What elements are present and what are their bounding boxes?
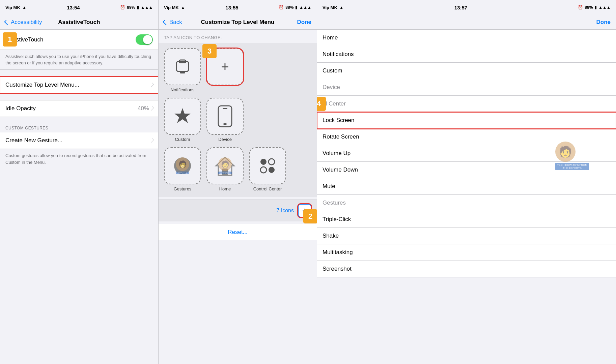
customize-chevron — [150, 83, 153, 87]
gestures-icon-cell[interactable]: 🧑 APPUALS Gestures — [164, 147, 201, 191]
control-center-icon-box — [249, 147, 286, 184]
add-btn-wrapper: + 2 — [298, 204, 311, 217]
gesture-desc-box: Custom gestures allow you to record gest… — [0, 149, 158, 169]
back-label-2: Back — [169, 19, 182, 26]
menu-item-volume-up[interactable]: Volume Up — [317, 145, 616, 162]
reset-row: Reset... — [159, 224, 317, 240]
idle-opacity-item[interactable]: Idle Opacity 40% — [0, 100, 158, 117]
menu-item-triple-click[interactable]: Triple-Click — [317, 211, 616, 228]
menu-item-volume-down[interactable]: Volume Down — [317, 162, 616, 178]
icons-count: 7 Icons — [276, 208, 294, 214]
menu-item-lock-screen[interactable]: Lock Screen — [317, 112, 616, 129]
create-gesture-item[interactable]: Create New Gesture... — [0, 132, 158, 149]
panel-assistivetouch: Vip MK ▲ 13:54 ⏰ 89% ▮ ▲▲▲ Accessibility… — [0, 0, 159, 364]
battery-icon-1: ▮ — [137, 5, 139, 10]
chevron-back-icon-2 — [163, 20, 168, 25]
status-bar-3: Vip MK ▲ 13:57 ⏰ 88% ▮ ▲▲▲ — [317, 0, 616, 15]
menu-item-control-center[interactable]: al Center 4 — [317, 96, 616, 112]
back-button-2[interactable]: Back — [164, 19, 182, 26]
svg-rect-6 — [223, 123, 227, 125]
idle-opacity-value: 40% — [138, 105, 153, 112]
custom-icon-box — [164, 98, 201, 135]
nav-bar-3: Done — [317, 15, 616, 30]
description-text: AssistiveTouch allows you to use your iP… — [5, 54, 151, 65]
icon-row-1: Notifications + 3 — [164, 48, 311, 92]
status-left-2: Vip MK ▲ — [164, 5, 185, 10]
notifications-icon-cell[interactable]: Notifications — [164, 48, 201, 92]
menu-item-mute-label: Mute — [323, 183, 335, 189]
notifications-svg — [172, 57, 193, 77]
menu-item-multitasking[interactable]: Multitasking — [317, 244, 616, 261]
menu-list: Home Notifications Custom Device al Cent… — [317, 30, 616, 277]
menu-item-shake[interactable]: Shake — [317, 228, 616, 244]
bottom-bar: 7 Icons + 2 — [159, 200, 317, 221]
menu-item-custom-label: Custom — [323, 67, 342, 74]
battery-icon-2: ▮ — [295, 5, 298, 10]
toggle-section: AssistiveTouch 1 AssistiveTouch allows y… — [0, 30, 158, 70]
menu-item-device-label: Device — [323, 84, 340, 90]
custom-icon-cell[interactable]: Custom — [164, 98, 201, 142]
gestures-section-header: CUSTOM GESTURES — [0, 124, 158, 132]
notifications-icon-box — [164, 48, 201, 85]
signal-icon-2: ▲▲▲ — [299, 5, 311, 10]
star-svg — [172, 105, 194, 127]
page-title-1: AssistiveTouch — [58, 19, 100, 26]
home-svg — [214, 156, 236, 176]
customize-section: Customize Top Level Menu... — [0, 77, 158, 93]
status-bar-2: Vip MK ▲ 13:55 ⏰ 88% ▮ ▲▲▲ — [159, 0, 317, 15]
control-center-icon-cell[interactable]: Control Center — [249, 147, 286, 191]
content-1: AssistiveTouch 1 AssistiveTouch allows y… — [0, 30, 158, 364]
menu-item-custom[interactable]: Custom — [317, 63, 616, 79]
content-3: Home Notifications Custom Device al Cent… — [317, 30, 616, 364]
add-icon-cell[interactable]: + 3 — [206, 48, 244, 92]
back-label-1: Accessibility — [11, 19, 42, 26]
nav-bar-2: Back Customize Top Level Menu Done — [159, 15, 317, 30]
home-icon-cell[interactable]: 🧑 APPUALS Home — [206, 147, 244, 191]
battery-3: 88% — [585, 5, 593, 10]
menu-item-shake-label: Shake — [323, 233, 339, 239]
create-gesture-label: Create New Gesture... — [5, 137, 62, 144]
device-label: Device — [218, 137, 232, 142]
done-button-3[interactable]: Done — [596, 19, 611, 26]
chevron-right-icon — [149, 83, 154, 87]
menu-item-rotate-screen[interactable]: Rotate Screen — [317, 129, 616, 145]
menu-item-home-label: Home — [323, 34, 338, 41]
alarm-icon-3: ⏰ — [578, 5, 583, 10]
assistive-toggle-switch[interactable] — [136, 34, 153, 45]
done-button-2[interactable]: Done — [297, 19, 312, 26]
time-1: 13:54 — [67, 5, 80, 10]
icons-grid-container: Notifications + 3 — [159, 43, 317, 197]
gestures-label: Gestures — [174, 186, 192, 191]
menu-item-device[interactable]: Device — [317, 79, 616, 96]
signal-icon-1: ▲▲▲ — [141, 5, 153, 10]
annotation-2: 2 — [303, 209, 317, 223]
device-icon-cell[interactable]: Device — [206, 98, 244, 142]
notifications-label: Notifications — [171, 87, 195, 92]
wifi-icon-2: ▲ — [181, 5, 185, 10]
back-button-1[interactable]: Accessibility — [5, 19, 42, 26]
carrier-3: Vip MK — [323, 5, 337, 10]
menu-item-volume-up-label: Volume Up — [323, 150, 351, 156]
menu-item-gestures[interactable]: Gestures — [317, 195, 616, 211]
menu-item-mute[interactable]: Mute — [317, 178, 616, 195]
menu-item-notifications[interactable]: Notifications — [317, 46, 616, 63]
menu-item-multitasking-label: Multitasking — [323, 249, 353, 255]
idle-opacity-section: Idle Opacity 40% — [0, 100, 158, 117]
menu-item-home[interactable]: Home — [317, 30, 616, 46]
home-icon-box: 🧑 APPUALS — [206, 147, 244, 184]
panel-customize: Vip MK ▲ 13:55 ⏰ 88% ▮ ▲▲▲ Back Customiz… — [159, 0, 317, 364]
carrier-2: Vip MK — [164, 5, 179, 10]
wifi-icon-3: ▲ — [339, 5, 344, 10]
status-left-1: Vip MK ▲ — [5, 5, 27, 10]
menu-item-control-center-label: al Center — [323, 100, 346, 107]
customize-menu-item[interactable]: Customize Top Level Menu... — [0, 77, 158, 93]
carrier-1: Vip MK — [5, 5, 20, 10]
svg-marker-3 — [174, 108, 191, 123]
menu-item-volume-down-label: Volume Down — [323, 166, 358, 173]
svg-rect-9 — [260, 159, 267, 165]
menu-item-screenshot[interactable]: Screenshot — [317, 261, 616, 277]
reset-button[interactable]: Reset... — [228, 229, 248, 235]
status-right-3: ⏰ 88% ▮ ▲▲▲ — [578, 5, 611, 10]
content-2: TAP AN ICON TO CHANGE: Notifications — [159, 30, 317, 364]
description-box: AssistiveTouch allows you to use your iP… — [0, 50, 158, 69]
